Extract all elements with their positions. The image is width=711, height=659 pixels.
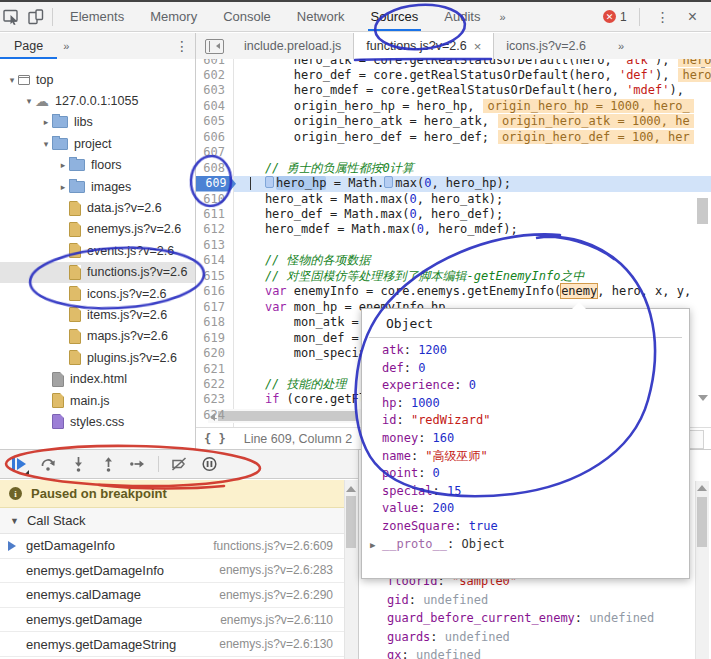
tree-item-icons-js-v-2-6[interactable]: icons.js?v=2.6 [0,283,195,304]
chevron-collapsed-icon[interactable]: ▸ [57,182,69,192]
gutter-line-number[interactable]: 615 [196,269,225,284]
chevron-collapsed-icon[interactable]: ▸ [57,160,69,170]
editor-tab[interactable]: include.preload.js [232,33,353,59]
pretty-print-icon[interactable]: { } [204,432,226,446]
scope-property[interactable]: guard_before_current_enemy: undefined [387,609,654,628]
inline-step-marker[interactable] [384,176,393,188]
tree-item-functions-js-v-2-6[interactable]: functions.js?v=2.6 [0,262,195,283]
scrollbar-thumb[interactable] [346,496,356,548]
call-stack-header[interactable]: ▼ Call Stack [0,508,358,534]
scope-property[interactable]: gid: undefined [387,591,654,610]
step-into-button[interactable] [66,453,90,475]
scroll-up-icon[interactable] [697,485,707,491]
scope-property[interactable]: guards: undefined [387,628,654,647]
collapse-navigator-icon[interactable] [205,39,224,54]
gutter-line-number[interactable]: 612 [196,222,225,237]
gutter-line-number[interactable]: 618 [196,315,225,330]
gutter-line-number[interactable]: 610 [196,192,225,207]
tree-item-maps-js-v-2-6[interactable]: maps.js?v=2.6 [0,326,195,347]
gutter-line-number[interactable]: 604 [196,99,225,114]
panel-tab-console[interactable]: Console [210,2,284,31]
scope-scrollbar[interactable] [695,481,709,659]
call-stack-frame[interactable]: enemys.getDamageStringenemys.js?v=2.6:13… [0,632,347,657]
step-out-button[interactable] [96,453,120,475]
gutter-line-number[interactable]: 602 [196,68,225,83]
gutter-line-number[interactable]: 603 [196,83,225,98]
scrollbar-thumb[interactable] [697,497,707,547]
tree-item-styles-css[interactable]: styles.css [0,411,195,432]
close-tab-icon[interactable]: × [474,39,482,54]
step-button[interactable] [126,453,150,475]
tree-item-plugins-js-v-2-6[interactable]: plugins.js?v=2.6 [0,347,195,368]
tree-item-main-js[interactable]: main.js [0,390,195,411]
deactivate-breakpoints-button[interactable] [167,453,191,475]
panel-tab-audits[interactable]: Audits [431,2,493,31]
tree-item-floors[interactable]: ▸floors [0,155,195,176]
frame-function: enemys.calDamage [26,587,141,602]
gutter-line-number[interactable]: 614 [196,253,225,268]
chevron-expanded-icon[interactable]: ▾ [40,139,52,149]
resume-button[interactable] [6,453,30,475]
gutter-line-number[interactable]: 621 [196,362,225,377]
scroll-up-icon[interactable] [346,486,356,492]
panel-tab-memory[interactable]: Memory [137,2,210,31]
editor-vertical-scrollbar[interactable] [696,59,711,407]
chevron-expanded-icon[interactable]: ▾ [23,96,35,106]
call-stack-frame[interactable]: getDamageInfofunctions.js?v=2.6:609 [0,534,347,559]
pause-on-exceptions-button[interactable] [197,453,221,475]
object-property[interactable]: ▶__proto__: Object [382,536,689,554]
gutter-line-number[interactable]: 619 [196,331,225,346]
gutter-line-number[interactable]: 601 [196,59,225,68]
pane-divider[interactable] [358,450,359,659]
step-over-button[interactable] [36,453,60,475]
tree-item-images[interactable]: ▸images [0,176,195,197]
panel-tab-sources[interactable]: Sources [358,2,432,31]
editor-tab[interactable]: icons.js?v=2.6 [494,33,598,59]
gutter-line-number[interactable]: 622 [196,377,225,392]
call-stack-frame[interactable]: enemys.calDamageenemys.js?v=2.6:290 [0,583,347,608]
gutter-line-number[interactable]: 606 [196,130,225,145]
gutter-line-number[interactable]: 624 [196,408,225,423]
gutter-line-number[interactable]: 616 [196,284,225,299]
navigator-overflow-icon[interactable]: » [57,40,75,52]
gutter-line-number[interactable]: 611 [196,207,225,222]
device-toolbar-icon[interactable] [24,7,48,27]
chevron-collapsed-icon[interactable]: ▸ [40,117,52,127]
error-badge[interactable]: ✕ 1 [603,10,627,24]
close-icon[interactable]: × [682,8,703,26]
tree-item-enemys-js-v-2-6[interactable]: enemys.js?v=2.6 [0,219,195,240]
gutter-line-number[interactable]: 608 [196,161,225,176]
chevron-expanded-icon[interactable]: ▾ [6,75,18,85]
kebab-menu-icon[interactable]: ⋮ [652,9,674,25]
chevron-collapsed-icon[interactable]: ▶ [370,537,382,555]
editor-tab[interactable]: functions.js?v=2.6× [353,33,494,59]
tree-item-items-js-v-2-6[interactable]: items.js?v=2.6 [0,304,195,325]
panel-tab-network[interactable]: Network [284,2,358,31]
scrollbar-thumb[interactable] [697,198,708,224]
gutter-line-number[interactable]: 613 [196,238,225,253]
tree-item-libs[interactable]: ▸libs [0,112,195,133]
tree-item-events-js-v-2-6[interactable]: events.js?v=2.6 [0,240,195,261]
call-stack-frame[interactable]: enemys.getDamageenemys.js?v=2.6:110 [0,608,347,633]
tree-item-127-0-0-1-1055[interactable]: ▾☁127.0.0.1:1055 [0,90,195,111]
gutter-line-number[interactable]: 605 [196,114,225,129]
tab-page[interactable]: Page [0,33,57,59]
scope-property[interactable]: gx: undefined [387,646,654,659]
panel-tabs-overflow-icon[interactable]: » [493,11,511,23]
scroll-down-icon[interactable] [698,395,708,401]
inline-step-marker[interactable] [265,176,274,188]
call-stack-frame[interactable]: enemys.getDamageInfoenemys.js?v=2.6:283 [0,559,347,584]
gutter-line-number[interactable]: 617 [196,300,225,315]
gutter-line-number[interactable]: 607 [196,145,225,160]
callstack-scrollbar[interactable] [344,480,358,659]
inspect-element-icon[interactable] [0,7,24,27]
tree-item-top[interactable]: ▾top [0,69,195,90]
tree-item-data-js-v-2-6[interactable]: data.js?v=2.6 [0,197,195,218]
gutter-line-number[interactable]: 623 [196,392,225,407]
editor-tabs-overflow-icon[interactable]: » [612,40,630,52]
tree-item-project[interactable]: ▾project [0,133,195,154]
gutter-line-number[interactable]: 620 [196,346,225,361]
panel-tab-elements[interactable]: Elements [57,2,137,31]
navigator-kebab-icon[interactable]: ⋮ [171,38,195,54]
tree-item-index-html[interactable]: index.html [0,368,195,389]
